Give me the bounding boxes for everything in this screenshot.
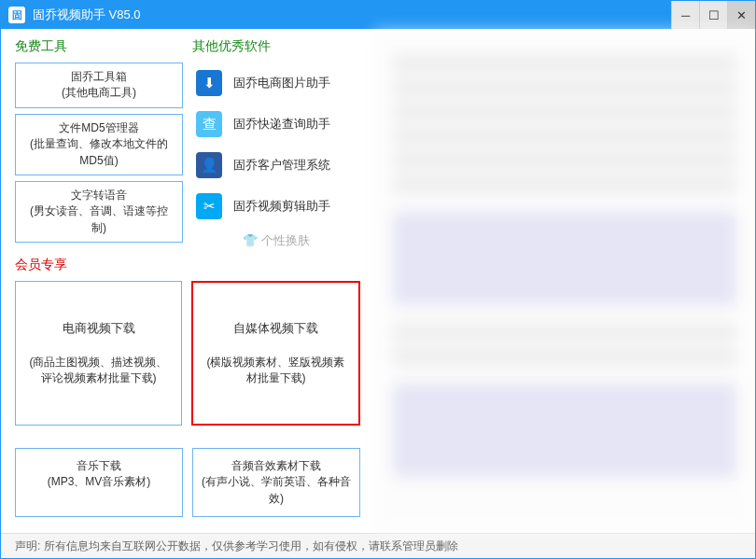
music-download-button[interactable]: 音乐下载 (MP3、MV音乐素材) xyxy=(15,448,183,517)
ecommerce-sub: (商品主图视频、描述视频、评论视频素材批量下载) xyxy=(25,355,172,387)
maximize-button[interactable]: ☐ xyxy=(699,1,727,29)
customer-system-label: 固乔客户管理系统 xyxy=(233,157,330,174)
toolbox-sub: (其他电商工具) xyxy=(23,85,175,101)
image-helper-label: 固乔电商图片助手 xyxy=(233,75,330,91)
image-helper-item[interactable]: ⬇ 固乔电商图片助手 xyxy=(192,63,360,104)
ecommerce-title: 电商视频下载 xyxy=(25,320,172,338)
selfmedia-title: 自媒体视频下载 xyxy=(203,320,349,338)
user-icon: 👤 xyxy=(196,152,222,178)
selfmedia-video-button[interactable]: 自媒体视频下载 (横版视频素材、竖版视频素材批量下载) xyxy=(191,281,360,426)
minimize-button[interactable]: ─ xyxy=(671,1,699,29)
app-icon: 固 xyxy=(8,7,25,23)
express-helper-label: 固乔快递查询助手 xyxy=(233,116,330,133)
tts-title: 文字转语音 xyxy=(23,188,175,203)
tts-button[interactable]: 文字转语音 (男女读音、音调、语速等控制) xyxy=(15,181,183,243)
audio-title: 音频音效素材下载 xyxy=(201,458,352,474)
md5-button[interactable]: 文件MD5管理器 (批量查询、修改本地文件的MD5值) xyxy=(15,114,183,175)
titlebar: 固 固乔视频助手 V85.0 ─ ☐ ✕ xyxy=(1,1,755,29)
customer-system-item[interactable]: 👤 固乔客户管理系统 xyxy=(192,145,360,186)
preview-panel xyxy=(374,29,755,533)
download-icon: ⬇ xyxy=(196,70,222,96)
toolbox-title: 固乔工具箱 xyxy=(23,69,175,85)
ecommerce-video-button[interactable]: 电商视频下载 (商品主图视频、描述视频、评论视频素材批量下载) xyxy=(15,281,182,426)
close-button[interactable]: ✕ xyxy=(727,1,755,29)
skin-link[interactable]: 个性换肤 xyxy=(192,232,360,249)
music-title: 音乐下载 xyxy=(23,458,175,474)
audio-download-button[interactable]: 音频音效素材下载 (有声小说、学前英语、各种音效) xyxy=(192,448,360,517)
express-helper-item[interactable]: 查 固乔快递查询助手 xyxy=(192,104,360,145)
selfmedia-sub: (横版视频素材、竖版视频素材批量下载) xyxy=(203,355,349,387)
free-tools-heading: 免费工具 xyxy=(15,38,183,55)
footer-disclaimer: 声明: 所有信息均来自互联网公开数据，仅供参考学习使用，如有侵权，请联系管理员删… xyxy=(1,533,755,559)
member-heading: 会员专享 xyxy=(15,257,360,273)
tts-sub: (男女读音、音调、语速等控制) xyxy=(23,203,175,236)
music-sub: (MP3、MV音乐素材) xyxy=(23,474,175,490)
express-icon: 查 xyxy=(196,111,222,137)
main-panel: 免费工具 固乔工具箱 (其他电商工具) 文件MD5管理器 (批量查询、修改本地文… xyxy=(1,29,374,533)
other-software-heading: 其他优秀软件 xyxy=(192,38,360,55)
md5-sub: (批量查询、修改本地文件的MD5值) xyxy=(23,136,175,169)
video-editor-label: 固乔视频剪辑助手 xyxy=(233,198,330,215)
audio-sub: (有声小说、学前英语、各种音效) xyxy=(201,474,352,507)
video-editor-item[interactable]: ✂ 固乔视频剪辑助手 xyxy=(192,186,360,227)
scissors-icon: ✂ xyxy=(196,193,222,219)
window-title: 固乔视频助手 V85.0 xyxy=(33,7,671,23)
window-controls: ─ ☐ ✕ xyxy=(671,1,755,29)
md5-title: 文件MD5管理器 xyxy=(23,120,175,136)
toolbox-button[interactable]: 固乔工具箱 (其他电商工具) xyxy=(15,63,183,108)
